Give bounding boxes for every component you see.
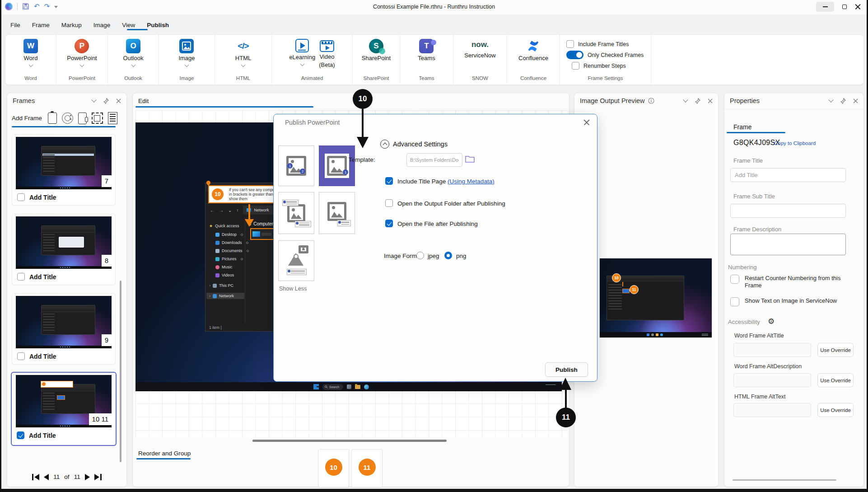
only-checked-frames-toggle[interactable] [566,51,583,59]
publish-button[interactable]: Publish [545,362,588,377]
template-option-2-selected[interactable]: 1 [319,145,355,186]
template-option-4[interactable] [319,192,355,234]
frame-card-8[interactable]: 8 Add Title [12,214,116,285]
panel-collapse-icon[interactable] [828,97,833,102]
close-button[interactable] [855,4,861,10]
chevron-down-icon[interactable] [131,63,135,67]
publish-image-button[interactable]: Image [178,39,195,66]
open-file-checkbox[interactable] [385,220,393,227]
html-alttext-override-button[interactable]: Use Override [817,403,854,417]
publish-sharepoint-button[interactable]: S SharePoint [362,39,391,61]
panel-close-icon[interactable] [708,98,713,103]
frame-title-checkbox-checked[interactable] [17,431,24,439]
show-less-link[interactable]: Show Less [279,286,307,292]
app-window: ↶ ↷ Contossi Example File.rthru - Runthr… [0,0,868,492]
word-altdescription-input[interactable] [733,373,811,387]
text-frame-icon[interactable] [108,112,117,124]
advanced-settings-collapse-icon[interactable] [380,140,389,149]
pin-icon[interactable] [840,98,846,104]
using-metadata-link[interactable]: (Using Metadata) [448,178,495,185]
chevron-down-icon[interactable] [185,63,189,67]
template-option-5[interactable] [278,240,314,281]
template-path-input[interactable] [406,153,462,167]
group-card-10[interactable]: 10 [318,449,349,487]
frames-scrollbar[interactable] [120,281,121,462]
copy-to-clipboard-link[interactable]: Copy to Clipboard [774,141,816,146]
tab-frame[interactable]: Frame [733,123,751,131]
region-capture-icon[interactable] [92,112,103,124]
word-alttitle-override-button[interactable]: Use Override [817,343,854,357]
frame-title-input[interactable] [730,168,846,182]
open-output-folder-checkbox[interactable] [385,199,393,207]
include-title-page-checkbox[interactable] [385,177,393,185]
group-card-11[interactable]: 11 [351,449,383,487]
panel-close-icon[interactable] [116,98,121,103]
group-label: SNOW [453,75,507,81]
word-altdescription-override-button[interactable]: Use Override [817,373,854,387]
last-frame-button[interactable] [94,474,102,480]
canvas-horizontal-scrollbar[interactable] [252,440,447,442]
publish-servicenow-button[interactable]: now. ServiceNow [464,39,495,59]
pin-icon[interactable] [103,98,109,104]
restart-counter-checkbox[interactable] [730,275,739,284]
preview-highlight-box [622,289,630,293]
menu-publish[interactable]: Publish [147,22,169,28]
frame-card-9[interactable]: 9 Add Title [12,293,116,365]
explorer-status-bar: 1 item | [209,325,222,330]
panel-close-icon[interactable] [853,98,858,103]
chevron-down-icon[interactable] [241,63,246,67]
word-alttitle-input[interactable] [733,343,811,357]
publish-powerpoint-button[interactable]: P PowerPoint [67,39,97,66]
dialog-close-icon[interactable] [583,119,590,126]
capture-frame-icon[interactable] [62,112,73,124]
menu-frame[interactable]: Frame [32,22,50,28]
menu-markup[interactable]: Markup [61,22,82,28]
chevron-down-icon[interactable] [80,63,84,67]
panel-collapse-icon[interactable] [91,97,96,102]
properties-scrollbar[interactable] [733,479,836,481]
frame-title-checkbox[interactable] [17,352,25,360]
minimize-button[interactable] [816,2,834,12]
browse-folder-icon[interactable] [465,155,475,165]
chevron-down-icon[interactable] [300,62,304,66]
frame-subtitle-input[interactable] [730,204,846,218]
html-alttext-input[interactable] [733,403,811,417]
panel-collapse-icon[interactable] [683,97,688,102]
info-icon[interactable] [648,98,654,104]
frame-card-10-11-selected[interactable]: 10 11 Add Title [11,372,117,446]
frame-title-checkbox[interactable] [17,273,25,281]
preview-panel-title: Image Output Preview [580,97,644,104]
jpeg-radio[interactable] [416,252,424,259]
publish-outlook-button[interactable]: O Outlook [123,39,144,66]
renumber-steps-checkbox[interactable] [572,62,579,70]
publish-teams-button[interactable]: T Teams [418,39,435,61]
publish-html-button[interactable]: </> HTML [235,39,251,66]
publish-elearning-button[interactable]: eLearning [289,39,315,66]
paste-frame-icon[interactable] [48,112,57,124]
previous-frame-button[interactable] [44,474,49,480]
menu-view[interactable]: View [122,22,135,28]
tab-reorder-and-group[interactable]: Reorder and Group [138,450,191,457]
template-option-3[interactable] [278,192,314,234]
menu-image[interactable]: Image [93,22,111,28]
open-file-label: Open the File after Publishing [397,220,478,227]
show-text-servicenow-checkbox[interactable] [730,297,739,306]
include-frame-titles-checkbox[interactable] [566,40,574,48]
publish-word-button[interactable]: W Word [23,39,38,66]
menu-file[interactable]: File [10,22,20,28]
first-frame-button[interactable] [32,474,39,480]
pin-icon[interactable] [695,98,700,104]
frame-description-input[interactable] [730,234,846,255]
gear-icon[interactable]: ⚙ [768,317,775,326]
frame-card-7[interactable]: 7 Add Title [12,134,116,206]
png-radio-selected[interactable] [444,252,452,259]
publish-confluence-button[interactable]: Confluence [518,39,548,61]
tab-edit[interactable]: Edit [138,98,149,104]
next-frame-button[interactable] [85,474,90,480]
device-frame-icon[interactable] [78,112,87,124]
publish-video-button[interactable]: Video (Beta) [319,39,335,68]
chevron-down-icon[interactable] [28,63,33,67]
template-option-1[interactable]: 1 2 [278,145,314,186]
maximize-button[interactable] [842,5,847,9]
frame-title-checkbox[interactable] [17,193,25,201]
